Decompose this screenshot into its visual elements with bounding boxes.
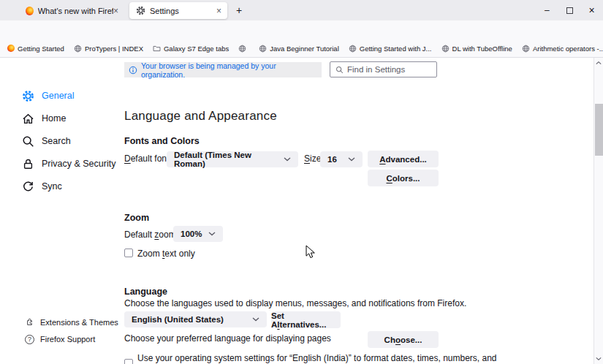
scroll-up-icon[interactable] (596, 61, 602, 65)
zoom-heading: Zoom (124, 213, 149, 223)
sidebar-item-general[interactable]: General (22, 88, 74, 103)
search-input[interactable] (347, 65, 431, 74)
scrollbar-thumb[interactable] (595, 104, 603, 156)
advanced-button[interactable]: Advanced... (368, 151, 439, 167)
maximize-icon (566, 7, 573, 14)
bookmark-item[interactable]: ProTypers | INDEX (74, 45, 143, 53)
navigation-toolbar: Firefox about:preferences#general ☆ ≡ (0, 20, 603, 39)
bookmark-folder[interactable]: Galaxy S7 Edge tabs (153, 45, 229, 53)
bookmark-item[interactable]: Arithmetic operators -... (522, 45, 603, 53)
globe-icon (238, 45, 246, 53)
globe-icon (259, 45, 267, 53)
tab-whats-new[interactable]: What's new with Firefox × (19, 2, 124, 19)
mouse-cursor (306, 245, 315, 262)
info-icon (129, 66, 137, 75)
gear-icon (136, 6, 145, 15)
gear-icon (22, 90, 34, 102)
chevron-down-icon (348, 157, 355, 162)
firefox-window: What's new with Firefox × Settings × + –… (0, 0, 603, 364)
search-icon (335, 66, 344, 74)
bookmark-item[interactable]: Getting Started (7, 45, 64, 53)
notice-text[interactable]: Your browser is being managed by your or… (141, 61, 322, 79)
bookmark-item[interactable]: DL with TubeOffline (441, 45, 512, 53)
bookmarks-toolbar: Getting Started ProTypers | INDEX Galaxy… (0, 39, 603, 58)
language-heading: Language (124, 287, 167, 297)
new-tab-button[interactable]: + (232, 4, 246, 17)
sidebar-item-firefox-support[interactable]: ? Firefox Support (25, 333, 95, 345)
os-settings-checkbox[interactable] (124, 359, 133, 364)
colors-button[interactable]: Colors... (368, 170, 439, 186)
settings-page: Your browser is being managed by your or… (0, 58, 603, 364)
window-controls: – × (536, 0, 603, 20)
zoom-text-only-label: Zoom text only (137, 249, 195, 259)
set-alternatives-button[interactable]: Set Alternatives... (271, 311, 341, 328)
os-settings-label: Use your operating system settings for “… (137, 353, 497, 363)
language-description: Choose the languages used to display men… (124, 298, 466, 308)
font-size-dropdown[interactable]: 16 (320, 151, 363, 167)
tab-label: What's new with Firefox (38, 7, 113, 15)
zoom-text-only-checkbox[interactable] (124, 249, 133, 257)
tab-bar: What's new with Firefox × Settings × + –… (0, 0, 603, 20)
globe-icon (522, 45, 530, 53)
page-title: Language and Appearance (124, 109, 277, 124)
puzzle-icon (25, 318, 34, 327)
fonts-colors-heading: Fonts and Colors (124, 136, 200, 146)
sidebar-item-search[interactable]: Search (22, 134, 71, 148)
chevron-down-icon (252, 317, 259, 322)
choose-button[interactable]: Choose... (368, 331, 439, 348)
maximize-button[interactable] (558, 0, 581, 20)
sidebar-item-home[interactable]: Home (22, 111, 66, 126)
settings-search[interactable] (330, 61, 437, 77)
globe-icon (74, 45, 82, 53)
sidebar-item-extensions-themes[interactable]: Extensions & Themes (25, 316, 118, 328)
default-font-dropdown[interactable]: Default (Times New Roman) (167, 151, 298, 167)
firefox-logo-icon (26, 7, 34, 15)
firefox-logo-icon (7, 45, 15, 52)
bookmark-item[interactable] (238, 45, 249, 53)
tab-close-icon[interactable]: × (216, 7, 221, 15)
bookmark-item[interactable]: Getting Started with J... (349, 45, 432, 53)
managed-browser-notice[interactable]: Your browser is being managed by your or… (124, 62, 322, 77)
size-label: Size (304, 153, 321, 164)
home-icon (22, 113, 34, 125)
chevron-down-icon (284, 157, 291, 162)
tab-label: Settings (150, 7, 179, 15)
globe-icon (349, 45, 357, 53)
globe-icon (441, 45, 450, 53)
question-icon: ? (25, 335, 34, 344)
pages-language-description: Choose your preferred language for displ… (124, 333, 331, 344)
sidebar-item-sync[interactable]: Sync (22, 179, 62, 194)
language-dropdown[interactable]: English (United States) (124, 311, 267, 327)
default-zoom-dropdown[interactable]: 100% (173, 226, 223, 242)
page-scrollbar[interactable] (593, 58, 603, 364)
lock-icon (22, 158, 34, 170)
tab-settings[interactable]: Settings × (129, 2, 227, 19)
close-window-button[interactable]: × (580, 0, 603, 20)
sync-icon (22, 181, 34, 193)
tab-close-icon[interactable]: × (113, 7, 118, 15)
minimize-button[interactable]: – (536, 0, 558, 20)
sidebar-item-privacy-security[interactable]: Privacy & Security (22, 156, 115, 171)
bookmark-item[interactable]: Java Beginner Tutorial (259, 45, 339, 53)
default-font-label: Default font (124, 153, 169, 164)
scroll-down-icon[interactable] (596, 357, 602, 361)
default-zoom-label: Default zoom (124, 230, 176, 240)
search-icon (22, 135, 34, 148)
chevron-down-icon (208, 232, 216, 236)
folder-icon (153, 45, 161, 53)
